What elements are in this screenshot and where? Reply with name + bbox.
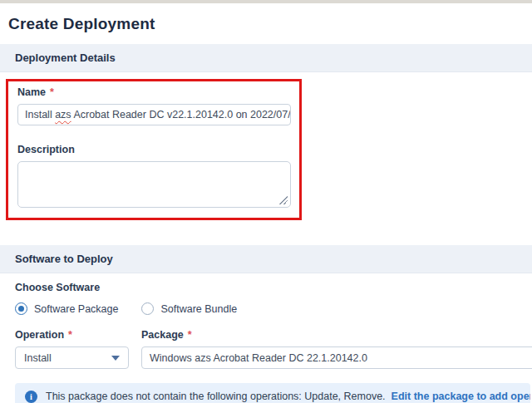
chevron-down-icon bbox=[111, 356, 120, 361]
radio-selected-icon[interactable] bbox=[15, 302, 27, 315]
page-title: Create Deployment bbox=[0, 3, 532, 33]
edit-package-link[interactable]: Edit the package to add operations bbox=[392, 391, 530, 402]
resize-handle-icon[interactable] bbox=[279, 196, 288, 204]
radio-option-software-bundle[interactable]: Software Bundle bbox=[141, 302, 237, 315]
info-banner: i This package does not contain the foll… bbox=[15, 383, 530, 403]
radio-label: Software Bundle bbox=[160, 303, 237, 315]
operation-label: Operation* bbox=[15, 329, 141, 341]
required-asterisk: * bbox=[188, 329, 192, 341]
section-header-software-to-deploy: Software to Deploy bbox=[0, 245, 532, 273]
name-label: Name* bbox=[17, 86, 290, 98]
info-banner-text: This package does not contain the follow… bbox=[46, 391, 386, 402]
name-input[interactable]: Install azs Acrobat Reader DC v22.1.2014… bbox=[17, 104, 291, 125]
info-icon: i bbox=[25, 391, 37, 403]
software-type-radio-group: Software Package Software Bundle bbox=[15, 302, 532, 315]
radio-option-software-package[interactable]: Software Package bbox=[15, 302, 118, 315]
radio-label: Software Package bbox=[34, 303, 118, 315]
required-asterisk: * bbox=[50, 86, 54, 98]
radio-unselected-icon[interactable] bbox=[141, 302, 154, 315]
section-title: Deployment Details bbox=[15, 52, 116, 64]
choose-software-label: Choose Software bbox=[15, 282, 532, 293]
section-header-deployment-details: Deployment Details bbox=[0, 44, 532, 72]
misspelled-word: azs bbox=[55, 109, 71, 120]
description-label: Description bbox=[17, 144, 290, 155]
section-title: Software to Deploy bbox=[15, 253, 113, 265]
operation-select-value: Install bbox=[24, 352, 52, 364]
package-label: Package* bbox=[141, 329, 192, 341]
annotation-highlight-box: Name* Install azs Acrobat Reader DC v22.… bbox=[6, 79, 302, 220]
required-asterisk: * bbox=[68, 329, 72, 341]
operation-select[interactable]: Install bbox=[15, 346, 129, 369]
description-textarea[interactable] bbox=[17, 161, 291, 208]
package-input[interactable]: Windows azs Acrobat Reader DC 22.1.20142… bbox=[141, 346, 532, 369]
